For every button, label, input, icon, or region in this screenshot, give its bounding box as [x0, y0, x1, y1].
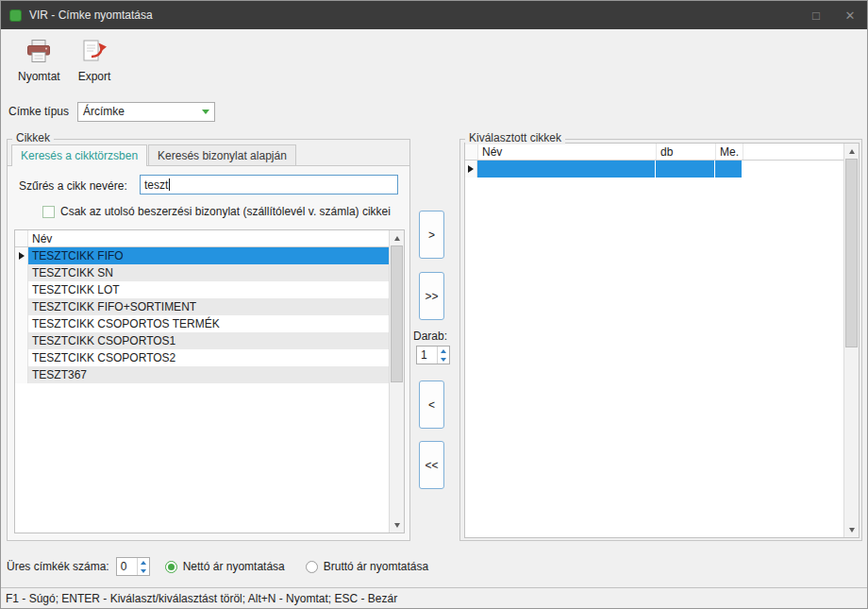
- tab-kereses-cikktorzsben[interactable]: Keresés a cikktörzsben: [11, 144, 147, 166]
- app-window: VIR - Címke nyomtatása □ ✕ Nyomtat: [0, 0, 868, 609]
- export-button[interactable]: Export: [71, 36, 119, 86]
- scroll-down-icon: [849, 528, 855, 533]
- quantity-label: Darab:: [413, 330, 447, 343]
- radio-brutto-label: Bruttó ár nyomtatása: [324, 560, 428, 573]
- label-type-row: Címke típus Árcímke: [8, 101, 215, 122]
- window-title: VIR - Címke nyomtatása: [29, 8, 153, 22]
- toolbar: Nyomtat Export: [1, 29, 867, 92]
- spin-up-button[interactable]: [138, 558, 149, 567]
- spin-up-icon: [141, 561, 146, 565]
- status-bar: F1 - Súgó; ENTER - Kiválaszt/kiválasztás…: [1, 587, 867, 608]
- scroll-down-button[interactable]: [844, 522, 859, 537]
- maximize-button[interactable]: □: [799, 1, 833, 29]
- add-selected-button[interactable]: >: [419, 211, 444, 259]
- current-row-indicator: [15, 247, 28, 264]
- table-row[interactable]: [465, 161, 843, 178]
- print-button[interactable]: Nyomtat: [10, 36, 68, 86]
- row-arrow-icon: [468, 165, 474, 173]
- cikkek-grid-header: Név: [15, 230, 389, 247]
- radio-unchecked-icon[interactable]: [306, 561, 318, 573]
- filter-label: Szűrés a cikk nevére:: [19, 179, 127, 193]
- tab-kereses-bizonylat[interactable]: Keresés bizonylat alapján: [148, 144, 296, 165]
- scroll-up-button[interactable]: [844, 144, 859, 159]
- table-row[interactable]: TESZTCIKK FIFO+SORTIMENT: [15, 298, 389, 315]
- column-header-db[interactable]: db: [657, 144, 716, 160]
- label-type-value: Árcímke: [83, 105, 125, 118]
- checkbox-icon[interactable]: [42, 206, 55, 218]
- cikkek-grid: Név TESZTCIKK FIFO TESZTCIKK SN TESZTCIK…: [14, 229, 405, 533]
- chevron-down-icon: [202, 110, 209, 114]
- remove-all-button[interactable]: <<: [419, 441, 444, 489]
- cikktorzs-tab-page: Szűrés a cikk nevére: teszt Csak az utol…: [8, 165, 409, 540]
- kivalasztott-grid-body: [465, 161, 843, 537]
- empty-labels-label: Üres címkék száma:: [7, 560, 109, 573]
- kivalasztott-groupbox: Kiválasztott cikkek Név db Me.: [459, 139, 862, 541]
- scrollbar-track[interactable]: [844, 159, 859, 522]
- radio-checked-icon[interactable]: [165, 561, 177, 573]
- bottom-controls: Üres címkék száma: 0 Nettó ár nyomtatása…: [7, 556, 428, 577]
- remove-selected-button[interactable]: <: [419, 381, 444, 429]
- close-button[interactable]: ✕: [833, 1, 867, 29]
- app-icon: [9, 9, 22, 22]
- text-caret: [169, 178, 170, 191]
- scroll-up-button[interactable]: [390, 230, 404, 245]
- spin-down-icon: [141, 569, 146, 573]
- spin-up-icon: [441, 349, 446, 353]
- kivalasztott-grid: Név db Me.: [464, 143, 860, 538]
- kivalasztott-group-title: Kiválasztott cikkek: [465, 131, 565, 144]
- titlebar: VIR - Címke nyomtatása □ ✕: [1, 1, 867, 29]
- scrollbar-thumb[interactable]: [391, 245, 403, 382]
- empty-labels-stepper[interactable]: 0: [116, 557, 150, 576]
- vertical-scrollbar[interactable]: [389, 230, 404, 533]
- label-type-label: Címke típus: [8, 105, 77, 118]
- scroll-up-icon: [849, 149, 855, 154]
- current-row-indicator: [465, 161, 477, 178]
- kivalasztott-grid-header: Név db Me.: [465, 144, 843, 161]
- indicator-column-header: [465, 144, 478, 160]
- empty-labels-value: 0: [117, 558, 137, 575]
- cikkek-group-title: Cikkek: [12, 131, 54, 144]
- last-purchase-checkbox-label: Csak az utolsó beszerzési bizonylat (szá…: [60, 205, 391, 218]
- radio-netto-label: Nettó ár nyomtatása: [183, 560, 285, 573]
- column-header-me[interactable]: Me.: [716, 144, 743, 160]
- printer-icon: [25, 39, 53, 67]
- row-arrow-icon: [19, 252, 25, 260]
- export-button-label: Export: [78, 70, 111, 83]
- cikkek-groupbox: Cikkek Keresés a cikktörzsben Keresés bi…: [7, 139, 410, 541]
- column-header-nev[interactable]: Név: [478, 144, 657, 160]
- radio-brutto[interactable]: Bruttó ár nyomtatása: [306, 560, 428, 573]
- window-controls: □ ✕: [799, 1, 867, 29]
- table-row[interactable]: TESZTCIKK CSOPORTOS1: [15, 332, 389, 349]
- spin-up-button[interactable]: [438, 347, 449, 355]
- table-row[interactable]: TESZTCIKK SN: [15, 264, 389, 281]
- cikkek-grid-body: TESZTCIKK FIFO TESZTCIKK SN TESZTCIKK LO…: [15, 247, 389, 533]
- scroll-up-icon: [394, 236, 400, 241]
- last-purchase-checkbox-row[interactable]: Csak az utolsó beszerzési bizonylat (szá…: [42, 205, 391, 218]
- label-type-dropdown[interactable]: Árcímke: [77, 102, 215, 122]
- table-row[interactable]: TESZTCIKK FIFO: [15, 247, 389, 264]
- quantity-value: 1: [417, 347, 437, 364]
- table-row[interactable]: TESZTCIKK LOT: [15, 281, 389, 298]
- scrollbar-thumb[interactable]: [845, 159, 858, 347]
- indicator-column-header: [15, 230, 28, 246]
- print-button-label: Nyomtat: [18, 70, 60, 83]
- table-row[interactable]: TESZT367: [15, 366, 389, 383]
- vertical-scrollbar[interactable]: [843, 144, 859, 537]
- export-icon: [81, 39, 108, 67]
- status-bar-text: F1 - Súgó; ENTER - Kiválaszt/kiválasztás…: [6, 592, 397, 605]
- radio-netto[interactable]: Nettó ár nyomtatása: [165, 560, 285, 573]
- filter-input-value: teszt: [144, 178, 168, 192]
- spin-down-icon: [441, 358, 446, 362]
- table-row[interactable]: TESZTCIKK CSOPORTOS2: [15, 349, 389, 366]
- spin-down-button[interactable]: [438, 355, 449, 364]
- column-header-nev[interactable]: Név: [28, 230, 389, 246]
- scrollbar-track[interactable]: [390, 245, 404, 517]
- add-all-button[interactable]: >>: [419, 272, 444, 320]
- quantity-stepper[interactable]: 1: [416, 346, 450, 364]
- table-row[interactable]: TESZTCIKK CSOPORTOS TERMÉK: [15, 315, 389, 332]
- scroll-down-button[interactable]: [390, 517, 404, 533]
- scroll-down-icon: [394, 523, 400, 528]
- spin-down-button[interactable]: [138, 567, 149, 575]
- filter-input[interactable]: teszt: [140, 175, 398, 195]
- search-tabs: Keresés a cikktörzsben Keresés bizonylat…: [11, 144, 297, 166]
